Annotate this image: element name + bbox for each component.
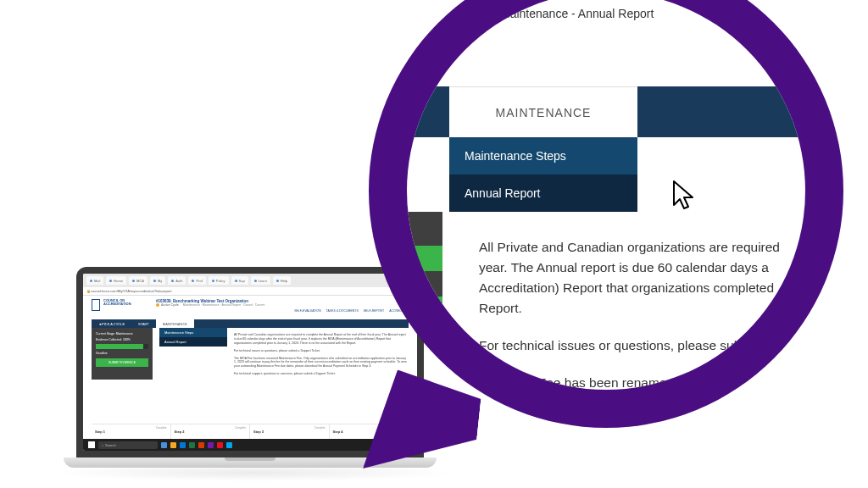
header-link[interactable]: SELF-REPORT [364, 309, 384, 313]
browser-tab[interactable]: Prof [188, 276, 205, 285]
browser-tab[interactable]: Sup [231, 276, 248, 285]
progress-bar [96, 344, 148, 349]
address-bar[interactable]: 🔒 coanet.force.com/MyCOA/myaccreditation… [83, 287, 417, 296]
header-link[interactable]: TASKS & DOCUMENTS [326, 309, 359, 313]
dropdown-maintenance-steps[interactable]: Maintenance Steps [449, 137, 637, 175]
header-links: SELF-EVALUATION TASKS & DOCUMENTS SELF-R… [294, 309, 409, 313]
browser-tab[interactable]: Home [106, 276, 126, 285]
browser-tab[interactable]: My [150, 276, 165, 285]
main-nav: ◄ PICK A CYCLE START MAINTENANCE [92, 319, 409, 328]
header-link[interactable]: SELF-EVALUATION [294, 309, 321, 313]
task-icon[interactable] [208, 442, 214, 448]
browser-tabstrip: Mail Home MCA My Auth Prof Policy Sup Le… [83, 274, 417, 287]
browser-tab[interactable]: Help [273, 276, 291, 285]
step-2[interactable]: Step 2Complete [171, 424, 251, 439]
zoom-sidebar [407, 212, 442, 347]
task-icon[interactable] [161, 442, 167, 448]
nav-maintenance[interactable]: MAINTENANCE [156, 319, 194, 328]
browser-tab[interactable]: Auth [168, 276, 186, 285]
status-line: Active Cycle Maintenance · Maintenance ·… [156, 303, 409, 307]
body-copy: All Private and Canadian organizations a… [234, 328, 409, 380]
org-logo: COUNCIL ON ACCREDITATION [92, 299, 127, 311]
zoom-dropdown: Maintenance Steps Annual Report [449, 137, 637, 212]
zoom-breadcrumb: Maintenance - Annual Report [500, 7, 654, 20]
step-1[interactable]: Step 1Complete [92, 424, 171, 439]
zoom-progress-bar [407, 246, 442, 271]
sidebar-heading: Current Stage: Maintenance [96, 332, 148, 336]
progress-sidebar: Current Stage: Maintenance Evidence Coll… [92, 328, 153, 380]
screen: Mail Home MCA My Auth Prof Policy Sup Le… [83, 274, 417, 451]
task-icon[interactable] [198, 442, 204, 448]
search-icon: ⌕ [102, 443, 103, 447]
windows-taskbar: ⌕Search 2:43 PM 1/13/2021 [83, 439, 417, 451]
browser-tab[interactable]: Mail [86, 276, 103, 285]
step-3[interactable]: Step 3Complete [250, 424, 330, 439]
task-icon[interactable] [189, 442, 195, 448]
browser-tab[interactable]: Learn [251, 276, 270, 285]
zoom-navbar: MAINTENANCE [407, 86, 805, 137]
task-icon[interactable] [217, 442, 223, 448]
nav-start[interactable]: START [131, 319, 156, 328]
nav-pick-cycle[interactable]: ◄ PICK A CYCLE [92, 319, 131, 328]
taskbar-search[interactable]: ⌕Search [98, 441, 158, 449]
task-icon[interactable] [226, 442, 232, 448]
task-icon[interactable] [170, 442, 176, 448]
evidence-label: Evidence Collected: 100% [96, 338, 148, 341]
browser-tab[interactable]: MCA [129, 276, 147, 285]
task-icon[interactable] [180, 442, 186, 448]
start-icon[interactable] [88, 441, 95, 448]
status-dot-icon [156, 303, 159, 307]
dropdown-annual-report[interactable]: Annual Report [449, 175, 637, 212]
deadline-label: Deadline [96, 352, 148, 355]
submit-evidence-button[interactable]: SUBMIT EVIDENCE [96, 358, 148, 367]
cursor-icon [670, 180, 698, 214]
zoom-body-copy: All Private and Canadian organizations a… [479, 237, 805, 390]
step-tabs: Step 1Complete Step 2Complete Step 3Comp… [92, 424, 409, 439]
dropdown-annual-report[interactable]: Annual Report [159, 337, 227, 347]
maintenance-dropdown: Maintenance Steps Annual Report [159, 328, 227, 347]
magnifier-callout: Maintenance - Annual Report MAINTENANCE … [369, 0, 843, 428]
browser-tab[interactable]: Policy [209, 276, 229, 285]
tab-maintenance[interactable]: MAINTENANCE [449, 86, 637, 137]
dropdown-maintenance-steps[interactable]: Maintenance Steps [159, 328, 227, 337]
